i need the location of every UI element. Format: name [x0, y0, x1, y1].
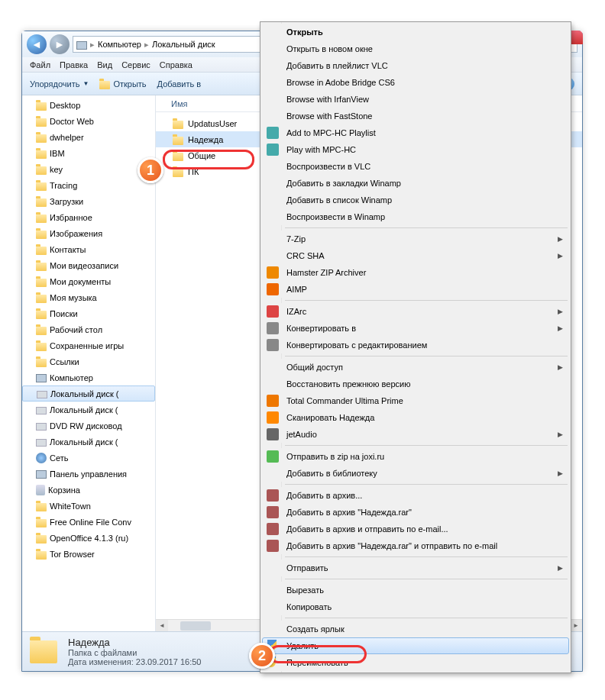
tree-item-label: Загрузки: [50, 197, 83, 206]
breadcrumb[interactable]: Компьютер: [98, 40, 141, 49]
forward-button[interactable]: ►: [50, 34, 70, 54]
tree-item[interactable]: Корзина: [22, 482, 155, 498]
context-menu-item[interactable]: Создать ярлык: [262, 621, 569, 637]
tree-item[interactable]: Локальный диск (: [22, 434, 155, 450]
tree-item[interactable]: Desktop: [22, 97, 155, 113]
tree-item[interactable]: Панель управления: [22, 466, 155, 482]
tree-item[interactable]: Рабочий стол: [22, 321, 155, 337]
context-menu-item[interactable]: Воспроизвести в VLC: [262, 158, 569, 175]
tree-item[interactable]: WhiteTown: [22, 498, 155, 514]
drive-icon: [36, 407, 47, 415]
tree-item[interactable]: Tor Browser: [22, 546, 155, 562]
context-menu-item[interactable]: Добавить в список Winamp: [262, 192, 569, 208]
file-item-label: Общие: [188, 151, 215, 160]
context-menu-item[interactable]: Сканировать Надежда: [262, 409, 569, 426]
context-menu-item[interactable]: IZArc▶: [262, 303, 569, 320]
organize-button[interactable]: Упорядочить ▼: [30, 79, 89, 89]
tree-item[interactable]: dwhelper: [22, 129, 155, 145]
tree-item[interactable]: Компьютер: [22, 369, 155, 385]
context-menu-item[interactable]: Добавить в закладки Winamp: [262, 175, 569, 192]
folder-icon: [36, 215, 47, 223]
app-icon: [267, 144, 279, 156]
menu-help[interactable]: Справка: [160, 60, 192, 69]
context-menu-item[interactable]: Добавить в архив и отправить по e-mail..…: [262, 521, 569, 537]
tree-item-label: Рабочий стол: [50, 325, 102, 334]
context-menu-item[interactable]: Открыть в новом окне: [262, 40, 569, 57]
tree-item[interactable]: Сеть: [22, 450, 155, 466]
scroll-left-icon[interactable]: ◄: [156, 620, 168, 632]
scroll-right-icon[interactable]: ►: [570, 620, 582, 632]
tree-item[interactable]: Локальный диск (: [22, 402, 155, 418]
context-menu-item[interactable]: 7-Zip▶: [262, 231, 569, 247]
back-button[interactable]: ◄: [27, 34, 47, 54]
context-menu-item[interactable]: Play with MPC-HC: [262, 141, 569, 158]
include-button[interactable]: Добавить в: [157, 79, 202, 89]
tree-item[interactable]: Загрузки: [22, 193, 155, 209]
context-menu-label: Добавить в список Winamp: [286, 195, 392, 205]
context-menu-item[interactable]: Добавить в библиотеку▶: [262, 465, 569, 482]
context-menu-item[interactable]: Browse with IrfanView: [262, 91, 569, 108]
context-menu-item[interactable]: CRC SHA▶: [262, 247, 569, 264]
tree-item[interactable]: Локальный диск (: [22, 385, 155, 402]
context-menu-item[interactable]: Открыть: [262, 24, 569, 40]
tree-item[interactable]: key: [22, 161, 155, 177]
tree-item[interactable]: DVD RW дисковод: [22, 418, 155, 434]
folder-icon: [36, 519, 47, 527]
tree-item[interactable]: Мои видеозаписи: [22, 257, 155, 273]
context-menu-item[interactable]: Общий доступ▶: [262, 359, 569, 376]
tree-item[interactable]: Ссылки: [22, 353, 155, 369]
tree-item[interactable]: Doctor Web: [22, 113, 155, 129]
breadcrumb[interactable]: Локальный диск: [152, 40, 215, 49]
context-menu-item[interactable]: Конвертировать в▶: [262, 320, 569, 337]
context-menu-label: Browse with IrfanView: [286, 95, 369, 104]
annotation-badge: 1: [138, 157, 163, 183]
app-icon: [267, 305, 279, 318]
open-button[interactable]: Открыть: [99, 79, 146, 89]
context-menu-item[interactable]: Переименовать: [262, 654, 569, 671]
context-menu-item[interactable]: Добавить в архив "Надежда.rar" и отправи…: [262, 537, 569, 554]
tree-item-label: Мои видеозаписи: [50, 261, 118, 270]
tree-item[interactable]: Моя музыка: [22, 289, 155, 305]
menu-tools[interactable]: Сервис: [121, 60, 150, 69]
tree-item[interactable]: Изображения: [22, 225, 155, 241]
status-date-label: Дата изменения:: [68, 657, 134, 666]
menu-file[interactable]: Файл: [30, 60, 50, 69]
context-menu-label: Создать ярлык: [286, 624, 345, 634]
context-menu-item[interactable]: Добавить в архив "Надежда.rar": [262, 504, 569, 521]
context-menu-item[interactable]: Воспроизвести в Winamp: [262, 208, 569, 225]
context-menu-item[interactable]: Копировать: [262, 598, 569, 615]
context-menu-item[interactable]: Browse in Adobe Bridge CS6: [262, 74, 569, 91]
context-menu: ОткрытьОткрыть в новом окнеДобавить в пл…: [260, 21, 571, 673]
context-menu-item[interactable]: jetAudio▶: [262, 426, 569, 443]
tree-item[interactable]: Контакты: [22, 241, 155, 257]
tree-item[interactable]: IBM: [22, 145, 155, 161]
separator: [285, 300, 568, 301]
context-menu-item[interactable]: Добавить в плейлист VLC: [262, 57, 569, 74]
context-menu-item[interactable]: Add to MPC-HC Playlist: [262, 124, 569, 141]
tree-item[interactable]: Мои документы: [22, 273, 155, 289]
tree-item[interactable]: Поиски: [22, 305, 155, 321]
context-menu-item[interactable]: Hamster ZIP Archiver: [262, 264, 569, 281]
context-menu-item[interactable]: Добавить в архив...: [262, 487, 569, 504]
folder-icon: [36, 279, 47, 287]
menu-view[interactable]: Вид: [97, 60, 112, 69]
tree-item[interactable]: Free Online File Conv: [22, 514, 155, 530]
tree-item[interactable]: OpenOffice 4.1.3 (ru): [22, 530, 155, 546]
context-menu-item[interactable]: Конвертировать с редактированием: [262, 337, 569, 353]
context-menu-item[interactable]: Total Commander Ultima Prime: [262, 392, 569, 409]
menu-edit[interactable]: Правка: [60, 60, 88, 69]
context-menu-label: Конвертировать с редактированием: [286, 340, 427, 350]
context-menu-item[interactable]: Отправить▶: [262, 560, 569, 576]
context-menu-item[interactable]: Browse with FastStone: [262, 108, 569, 124]
context-menu-item[interactable]: Удалить: [262, 637, 569, 654]
context-menu-item[interactable]: Вырезать: [262, 582, 569, 598]
context-menu-item[interactable]: Восстановить прежнюю версию: [262, 376, 569, 392]
tree-item[interactable]: Сохраненные игры: [22, 337, 155, 353]
scroll-thumb[interactable]: [180, 621, 211, 631]
tree-item[interactable]: Избранное: [22, 209, 155, 225]
tree-item-label: Doctor Web: [50, 117, 94, 126]
context-menu-label: Воспроизвести в VLC: [286, 162, 370, 171]
context-menu-item[interactable]: Отправить в zip на joxi.ru: [262, 448, 569, 465]
tree-item[interactable]: Tracing: [22, 177, 155, 193]
context-menu-item[interactable]: AIMP: [262, 281, 569, 298]
